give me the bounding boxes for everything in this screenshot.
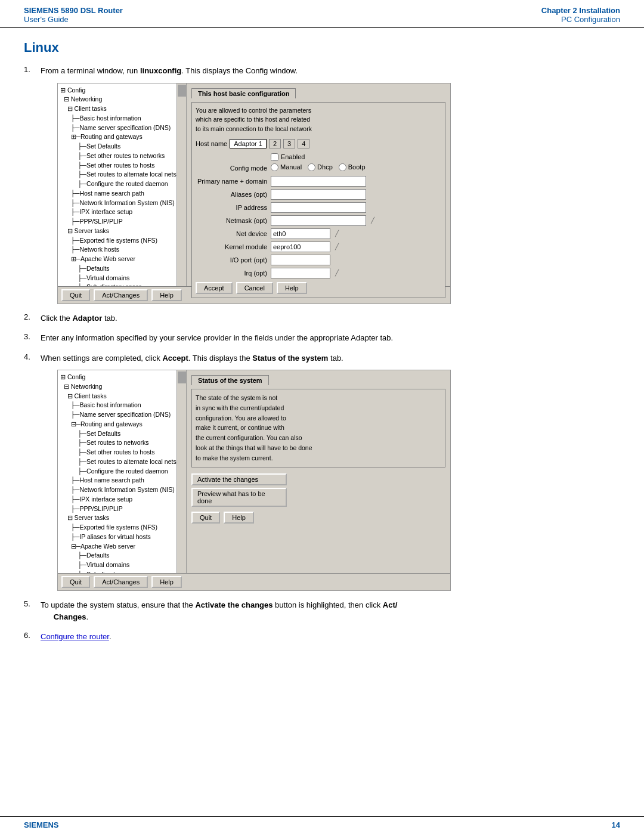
help-button-2[interactable]: Help <box>224 512 254 524</box>
preview-button[interactable]: Preview what has to be done <box>191 488 287 507</box>
irq-label: Irq (opt) <box>196 270 267 277</box>
config-mode-row: Config mode Manual Dhcp <box>196 163 441 174</box>
tab-row-2: Status of the system <box>191 375 445 385</box>
form-desc-1: You are allowed to control the parameter… <box>196 106 441 134</box>
net-device-label: Net device <box>196 230 267 237</box>
quit-footer-button-2[interactable]: Quit <box>61 576 90 588</box>
adaptor-tab-3[interactable]: 3 <box>283 139 295 148</box>
netmask-input[interactable] <box>271 215 366 226</box>
radio-manual-label: Manual <box>280 163 302 171</box>
footer-page-number: 14 <box>612 820 620 829</box>
status-description: The state of the system is not in sync w… <box>191 389 445 467</box>
help-button-1[interactable]: Help <box>277 282 307 294</box>
aliases-row: Aliases (opt) <box>196 189 441 200</box>
radio-manual: Manual <box>271 163 302 171</box>
step-6-text: Configure the router. <box>41 631 112 643</box>
host-tab-row: Host name Adaptor 1 2 3 4 <box>196 139 441 148</box>
tab-row-1: This host basic configuration <box>191 88 445 98</box>
screenshot-1: ⊞ Config ⊟ Networking ⊟ Client tasks ├─B… <box>57 83 451 304</box>
screenshot-2: ⊞ Config ⊟ Networking ⊟ Client tasks ├─B… <box>57 370 451 591</box>
step-1-number: 1. <box>24 65 36 74</box>
act-changes-button-1[interactable]: Act/Changes <box>94 289 148 301</box>
step-5-number: 5. <box>24 599 36 608</box>
page-header: SIEMENS 5890 DSL Router User's Guide Cha… <box>0 0 644 28</box>
product-name: SIEMENS 5890 DSL Router <box>24 6 123 15</box>
act-changes-footer-button-2[interactable]: Act/Changes <box>94 576 148 588</box>
scrollbar-1[interactable] <box>177 83 187 286</box>
header-left: SIEMENS 5890 DSL Router User's Guide <box>24 6 123 24</box>
config-right-pane-1: This host basic configuration You are al… <box>187 83 450 286</box>
quit-button-2[interactable]: Quit <box>191 512 220 524</box>
netmask-row: Netmask (opt) ╱ <box>196 215 441 226</box>
form-btn-row-1: Accept Cancel Help <box>196 282 441 294</box>
io-row: I/O port (opt) <box>196 255 441 265</box>
chapter-label: Chapter 2 Installation <box>541 6 620 15</box>
ip-label: IP address <box>196 204 267 211</box>
page-content: Linux 1. From a terminal window, run lin… <box>0 28 644 663</box>
page-footer: SIEMENS 14 <box>0 816 644 833</box>
primary-name-row: Primary name + domain <box>196 176 441 187</box>
help-footer-button-2[interactable]: Help <box>151 576 182 588</box>
status-footer-btns: Quit Help <box>191 512 445 524</box>
kernel-input[interactable] <box>271 241 330 252</box>
step-3-text: Enter any information specified by your … <box>41 332 393 344</box>
adaptor-tab-2[interactable]: 2 <box>269 139 281 148</box>
scrollbar-thumb-2 <box>178 371 186 383</box>
enabled-checkbox[interactable] <box>271 153 278 161</box>
step-2-text: Click the Adaptor tab. <box>41 312 117 324</box>
irq-row: Irq (opt) ╱ <box>196 268 441 278</box>
status-btn-col: Activate the changes Preview what has to… <box>191 473 445 507</box>
config-right-pane-2: Status of the system The state of the sy… <box>187 370 450 573</box>
step-4-number: 4. <box>24 352 36 361</box>
adaptor-tab-4[interactable]: 4 <box>298 139 309 148</box>
step-3: 3. Enter any information specified by yo… <box>24 332 620 344</box>
scrollbar-thumb-1 <box>178 85 186 97</box>
accept-button-1[interactable]: Accept <box>196 282 233 294</box>
step-3-number: 3. <box>24 332 36 341</box>
host-name-label: Host name <box>196 140 227 147</box>
irq-input[interactable] <box>271 268 330 278</box>
header-right: Chapter 2 Installation PC Configuration <box>541 6 620 24</box>
aliases-label: Aliases (opt) <box>196 191 267 198</box>
form-area-1: You are allowed to control the parameter… <box>191 102 445 298</box>
linux-heading: Linux <box>24 40 620 55</box>
cancel-button-1[interactable]: Cancel <box>236 282 273 294</box>
steps-list: 1. From a terminal window, run linuxconf… <box>24 65 620 643</box>
kernel-label: Kernel module <box>196 243 267 250</box>
activate-changes-button[interactable]: Activate the changes <box>191 473 287 485</box>
radio-dhcp-input[interactable] <box>308 163 315 171</box>
net-device-input[interactable] <box>271 228 330 239</box>
step-2-number: 2. <box>24 312 36 321</box>
step-5-text: To update the system status, ensure that… <box>41 599 397 623</box>
adaptor-tab-1[interactable]: Adaptor 1 <box>230 139 267 148</box>
section-label: PC Configuration <box>561 15 620 24</box>
ip-input[interactable] <box>271 202 366 213</box>
aliases-input[interactable] <box>271 189 366 200</box>
radio-bootp-input[interactable] <box>339 163 346 171</box>
netmask-label: Netmask (opt) <box>196 217 267 224</box>
configure-router-link[interactable]: Configure the router <box>41 632 109 641</box>
radio-manual-input[interactable] <box>271 163 278 171</box>
primary-name-label: Primary name + domain <box>196 178 267 185</box>
step-4-text: When settings are completed, click Accep… <box>41 352 343 364</box>
help-footer-button-1[interactable]: Help <box>151 289 182 301</box>
radio-row: Manual Dhcp Bootp <box>271 163 366 171</box>
primary-name-input[interactable] <box>271 176 366 187</box>
irq-edit-icon: ╱ <box>335 270 339 276</box>
kernel-edit-icon: ╱ <box>335 243 339 250</box>
scrollbar-2[interactable] <box>177 370 187 573</box>
step-1-text: From a terminal window, run linuxconfig.… <box>41 65 298 77</box>
tree-pane-2: ⊞ Config ⊟ Networking ⊟ Client tasks ├─B… <box>58 370 177 573</box>
tree-pane-1: ⊞ Config ⊟ Networking ⊟ Client tasks ├─B… <box>58 83 177 286</box>
enabled-row: Enabled <box>196 153 441 161</box>
step-5: 5. To update the system status, ensure t… <box>24 599 620 623</box>
radio-dhcp-label: Dhcp <box>317 163 333 171</box>
footer-brand: SIEMENS <box>24 820 59 829</box>
io-input[interactable] <box>271 255 330 265</box>
tab-host-basic[interactable]: This host basic configuration <box>191 88 296 98</box>
step-6-number: 6. <box>24 631 36 640</box>
tab-status-system[interactable]: Status of the system <box>191 375 269 385</box>
net-device-row: Net device ╱ <box>196 228 441 239</box>
kernel-row: Kernel module ╱ <box>196 241 441 252</box>
quit-button-1[interactable]: Quit <box>61 289 90 301</box>
